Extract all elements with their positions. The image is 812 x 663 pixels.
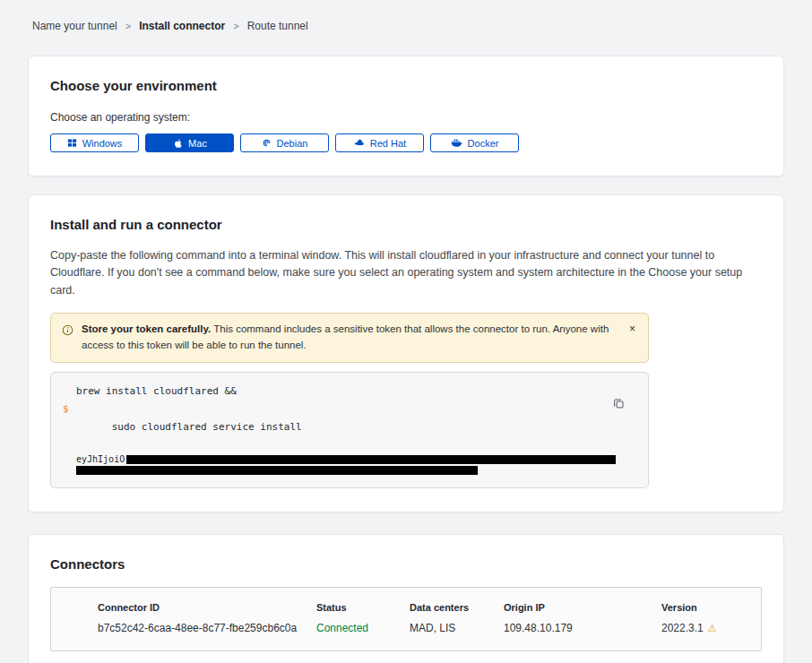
windows-logo-icon [67,138,77,148]
breadcrumb: Name your tunnel > Install connector > R… [0,0,812,32]
terminal-prompt: $ [63,400,69,418]
version-cell: 2022.3.1⚠ [661,622,761,634]
version-value: 2022.3.1 [661,622,704,634]
connectors-table-header: Connector ID Status Data centers Origin … [51,602,761,613]
redhat-logo-icon [353,138,365,148]
token-line-2 [76,465,609,476]
os-button-label: Debian [277,138,308,149]
header-origin-ip: Origin IP [504,602,661,613]
breadcrumb-step-route-tunnel[interactable]: Route tunnel [247,20,308,32]
install-card-title: Install and run a connector [50,217,762,232]
header-connector-id: Connector ID [51,602,316,613]
redacted-token-bar [76,466,478,475]
os-button-label: Docker [468,138,499,149]
apple-logo-icon [172,138,183,149]
breadcrumb-step-name-tunnel[interactable]: Name your tunnel [32,20,117,32]
origin-ip-value: 109.48.10.179 [504,622,661,634]
copy-icon[interactable] [611,396,626,414]
command-line-2: $sudo cloudflared service install [76,400,609,454]
os-button-windows[interactable]: Windows [50,133,139,152]
connectors-table: Connector ID Status Data centers Origin … [50,587,762,651]
os-button-debian[interactable]: Debian [240,133,329,152]
connectors-card: Connectors Connector ID Status Data cent… [28,534,784,663]
redacted-token-bar [126,455,616,464]
install-card-description: Copy-paste the following command into a … [50,247,762,299]
token-warning-text: Store your token carefully. This command… [82,322,618,354]
breadcrumb-separator: > [233,21,238,31]
os-button-label: Windows [82,138,123,149]
os-button-label: Red Hat [370,138,406,149]
install-connector-card: Install and run a connector Copy-paste t… [28,194,784,512]
environment-card: Choose your environment Choose an operat… [28,56,784,177]
token-warning-banner: Store your token carefully. This command… [50,313,649,363]
os-button-docker[interactable]: Docker [430,133,519,152]
command-line-2-text: sudo cloudflared service install [112,421,302,433]
header-status: Status [316,602,410,613]
os-button-mac[interactable]: Mac [145,133,234,152]
os-button-redhat[interactable]: Red Hat [335,133,424,152]
token-prefix: eyJhIjoiO [76,454,125,464]
os-button-group: Windows Mac Debian Red Hat Docker [50,133,762,152]
token-line-1: eyJhIjoiO [76,454,609,465]
token-warning-title: Store your token carefully. [82,323,211,334]
status-badge: Connected [316,622,410,634]
install-command-codeblock: brew install cloudflared && $sudo cloudf… [50,372,649,488]
header-version: Version [661,602,761,613]
docker-logo-icon [451,138,462,148]
environment-card-title: Choose your environment [50,78,762,93]
version-warning-icon: ⚠ [708,623,717,633]
debian-logo-icon [262,138,272,148]
breadcrumb-step-install-connector[interactable]: Install connector [139,20,225,32]
table-row: b7c52c42-6caa-48ee-8c77-fbe259cb6c0a Con… [51,622,761,634]
close-icon[interactable]: × [626,322,639,336]
header-data-centers: Data centers [410,602,504,613]
command-line-1: brew install cloudflared && [76,383,609,400]
os-picker-label: Choose an operating system: [50,111,762,124]
data-centers-value: MAD, LIS [410,622,504,634]
info-icon [62,323,73,340]
os-button-label: Mac [188,138,207,149]
connectors-card-title: Connectors [50,556,762,572]
breadcrumb-separator: > [125,21,131,31]
connector-id-value: b7c52c42-6caa-48ee-8c77-fbe259cb6c0a [51,622,316,634]
